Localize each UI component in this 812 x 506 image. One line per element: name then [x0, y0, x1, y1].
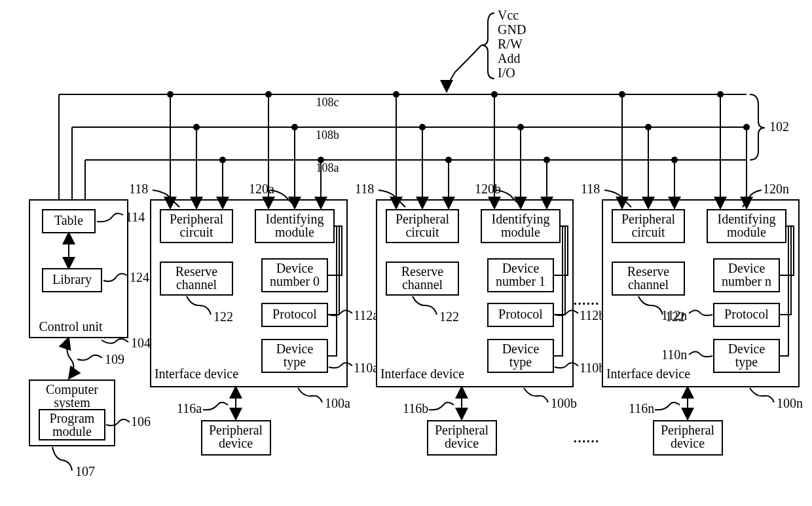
- ref-118: 118: [129, 182, 148, 196]
- svg-text:120n: 120n: [763, 182, 789, 196]
- svg-text:Device: Device: [276, 341, 314, 356]
- ref-112a: 112a: [354, 308, 378, 322]
- bus-108a-label: 108a: [316, 161, 339, 174]
- ref-124: 124: [130, 270, 149, 284]
- svg-text:110b: 110b: [580, 360, 605, 375]
- svg-text:118: 118: [355, 182, 374, 196]
- ref-116a: 116a: [177, 401, 202, 416]
- computer-system-label-2: system: [54, 395, 90, 410]
- svg-text:device: device: [671, 436, 705, 450]
- svg-point-39: [265, 91, 272, 98]
- svg-text:Interface device: Interface device: [380, 366, 464, 381]
- svg-text:circuit: circuit: [631, 225, 665, 239]
- svg-point-121: [717, 91, 724, 98]
- ellipsis-top: ……: [573, 293, 599, 307]
- svg-text:Reserve: Reserve: [401, 264, 444, 279]
- ref-106: 106: [131, 414, 151, 429]
- ref-100a: 100a: [325, 396, 350, 410]
- svg-text:device: device: [219, 436, 253, 450]
- ellipsis-bottom: ……: [573, 431, 599, 445]
- signal-rw: R/W: [498, 37, 523, 51]
- svg-text:Device: Device: [728, 261, 766, 275]
- svg-text:module: module: [275, 225, 314, 239]
- svg-text:100n: 100n: [777, 396, 803, 410]
- svg-text:circuit: circuit: [179, 225, 213, 239]
- svg-point-80: [491, 91, 498, 98]
- ref-104: 104: [131, 336, 151, 350]
- interface-title: Interface device: [155, 366, 238, 381]
- svg-point-41: [291, 124, 298, 130]
- program-module-label-2: module: [52, 424, 92, 438]
- bus-108b-label: 108b: [316, 128, 339, 142]
- svg-text:Device: Device: [502, 341, 540, 356]
- control-unit-label: Control unit: [39, 319, 103, 334]
- svg-text:110n: 110n: [661, 347, 687, 362]
- svg-point-43: [318, 157, 324, 163]
- svg-text:120b: 120b: [475, 182, 501, 196]
- svg-point-84: [544, 157, 550, 163]
- svg-text:112n: 112n: [661, 308, 687, 322]
- ref-109: 109: [105, 352, 124, 366]
- svg-text:Protocol: Protocol: [724, 307, 769, 321]
- svg-text:type: type: [509, 355, 532, 370]
- svg-text:Device: Device: [728, 341, 766, 356]
- devnum-n: number n: [722, 274, 771, 288]
- interface-device-1: Interface device Peripheral circuit Rese…: [355, 91, 605, 455]
- ref-107: 107: [75, 464, 95, 478]
- devnum-0: number 0: [270, 274, 320, 288]
- svg-point-76: [419, 124, 426, 130]
- protocol-label: Protocol: [272, 307, 317, 321]
- control-table-label: Table: [54, 213, 83, 227]
- svg-text:module: module: [727, 225, 766, 239]
- svg-point-35: [193, 124, 200, 130]
- control-unit: Table Library Control unit: [29, 200, 128, 338]
- svg-text:Protocol: Protocol: [498, 307, 543, 321]
- svg-point-74: [393, 91, 399, 98]
- svg-text:type: type: [284, 355, 306, 370]
- control-library-label: Library: [52, 272, 92, 287]
- svg-text:122: 122: [439, 309, 459, 324]
- signal-add: Add: [498, 51, 520, 66]
- signal-io: I/O: [498, 66, 515, 80]
- svg-text:module: module: [501, 225, 540, 239]
- svg-point-119: [671, 157, 678, 163]
- ref-120a: 120a: [249, 182, 274, 196]
- svg-text:116b: 116b: [403, 401, 428, 416]
- svg-point-37: [219, 157, 226, 163]
- svg-text:channel: channel: [402, 277, 443, 292]
- svg-text:type: type: [735, 355, 758, 370]
- computer-system: Computer system Program module: [29, 380, 115, 446]
- svg-text:Reserve: Reserve: [627, 264, 670, 279]
- signal-gnd: GND: [498, 22, 526, 37]
- svg-point-78: [445, 157, 452, 163]
- svg-text:Interface device: Interface device: [606, 366, 690, 381]
- svg-point-115: [619, 91, 625, 98]
- bus-102-label: 102: [769, 119, 789, 134]
- svg-text:channel: channel: [628, 277, 669, 292]
- svg-text:112b: 112b: [580, 308, 605, 322]
- ref-110a: 110a: [354, 360, 378, 375]
- svg-text:116n: 116n: [629, 401, 654, 416]
- svg-text:100b: 100b: [551, 396, 577, 410]
- signal-vcc: Vcc: [498, 8, 519, 22]
- svg-text:circuit: circuit: [405, 225, 439, 239]
- svg-text:Device: Device: [276, 261, 314, 275]
- svg-point-33: [167, 91, 174, 98]
- ref-122: 122: [213, 309, 233, 324]
- svg-point-123: [743, 124, 750, 130]
- ref-114: 114: [126, 210, 145, 224]
- svg-text:channel: channel: [176, 277, 217, 292]
- svg-point-82: [517, 124, 524, 130]
- svg-point-117: [645, 124, 652, 130]
- svg-text:device: device: [445, 436, 479, 450]
- interface-device-0: Interface device Peripheral circuit Rese…: [129, 91, 378, 455]
- bus-108c-label: 108c: [316, 96, 339, 109]
- svg-text:Device: Device: [502, 261, 540, 275]
- interface-device-n: Interface device Peripheral circuit Rese…: [581, 91, 803, 455]
- devnum-1: number 1: [496, 274, 545, 288]
- svg-text:118: 118: [581, 182, 600, 196]
- svg-text:Reserve: Reserve: [175, 264, 218, 279]
